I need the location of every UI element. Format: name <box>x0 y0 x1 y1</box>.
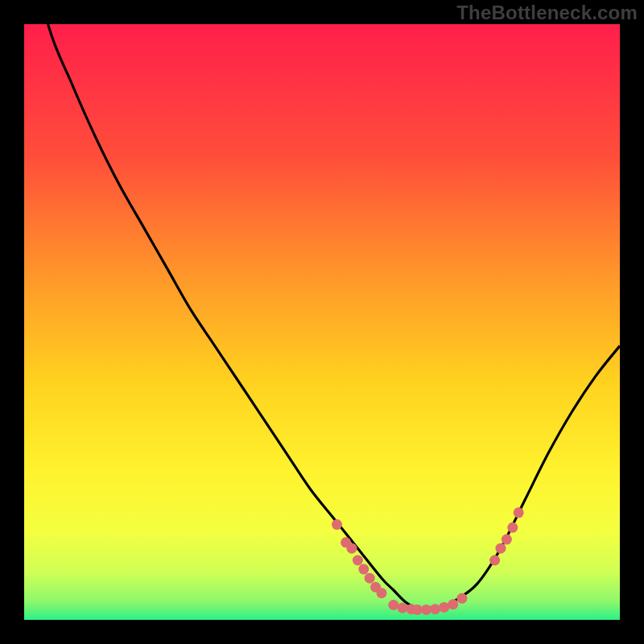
data-point <box>489 555 500 566</box>
data-point <box>448 599 458 609</box>
chart-svg <box>24 24 620 620</box>
data-point <box>397 603 407 613</box>
data-point <box>514 507 524 518</box>
data-point <box>421 605 431 615</box>
data-point <box>358 564 369 575</box>
data-point <box>439 602 449 613</box>
data-point <box>365 573 375 584</box>
data-point <box>412 605 423 615</box>
data-point <box>377 588 387 598</box>
data-point <box>502 535 512 545</box>
data-point <box>456 593 467 604</box>
data-point <box>507 522 518 533</box>
data-point <box>332 519 342 530</box>
gradient-background <box>24 24 620 620</box>
chart-area <box>24 24 620 620</box>
data-point <box>347 543 357 554</box>
data-point <box>353 555 363 566</box>
watermark-text: TheBottleneck.com <box>456 2 638 24</box>
data-point <box>496 543 506 554</box>
chart-frame: TheBottleneck.com <box>0 0 644 644</box>
data-point <box>388 600 398 610</box>
data-point <box>430 604 440 614</box>
